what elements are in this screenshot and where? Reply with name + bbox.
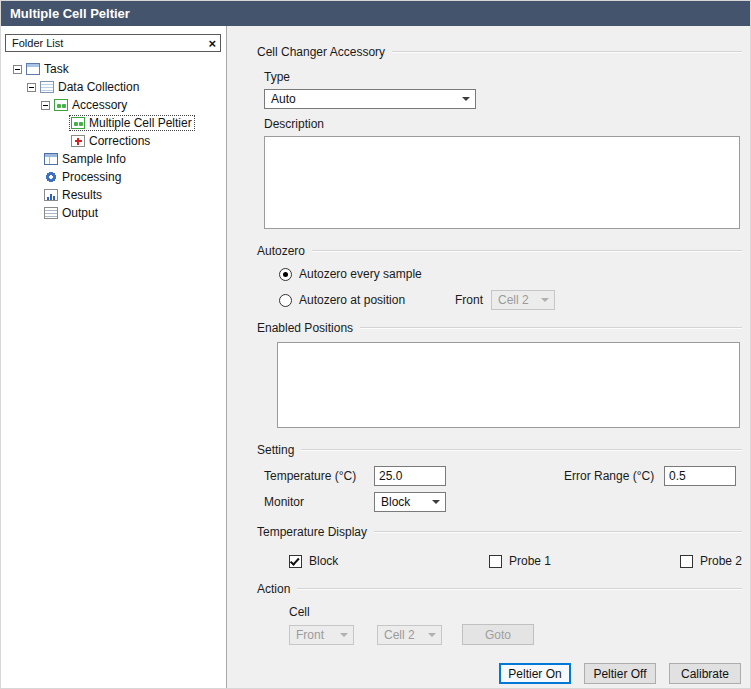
temperature-row: Temperature (°C) Error Range (°C): [264, 466, 750, 486]
error-range-input[interactable]: [664, 466, 736, 486]
collapse-icon[interactable]: [27, 83, 36, 92]
probe1-checkbox-item[interactable]: Probe 1: [489, 554, 680, 569]
close-icon[interactable]: ×: [208, 37, 216, 50]
tree-item-label: Processing: [62, 170, 121, 184]
monitor-dropdown[interactable]: Block: [374, 492, 446, 512]
block-checkbox[interactable]: [289, 555, 302, 568]
setting-group: Setting: [227, 440, 750, 460]
group-label: Setting: [257, 443, 294, 457]
tree-item-data-collection[interactable]: Data Collection: [1, 78, 226, 96]
folder-tree: Task Data Collection Accessory Multiple …: [1, 60, 226, 222]
probe2-checkbox[interactable]: [680, 555, 693, 568]
tree-item-label: Corrections: [89, 134, 150, 148]
probe2-checkbox-item[interactable]: Probe 2: [680, 554, 742, 569]
peltier-on-button[interactable]: Peltier On: [499, 663, 571, 684]
temperature-display-group: Temperature Display: [227, 522, 750, 542]
tree-item-accessory[interactable]: Accessory: [1, 96, 226, 114]
probe2-checkbox-label: Probe 2: [700, 554, 742, 569]
sample-info-icon: [44, 153, 58, 165]
type-dropdown[interactable]: Auto: [264, 89, 476, 109]
calibrate-button[interactable]: Calibrate: [669, 663, 741, 684]
chevron-down-icon: [428, 633, 436, 637]
group-rule: [312, 250, 742, 252]
group-rule: [301, 449, 742, 451]
corrections-icon: [71, 135, 85, 147]
cell-position-value: Front: [296, 628, 324, 642]
monitor-row: Monitor Block: [264, 492, 750, 512]
data-collection-icon: [40, 81, 54, 93]
tree-item-label: Task: [44, 62, 69, 76]
chevron-down-icon: [462, 97, 470, 101]
type-label: Type: [264, 70, 750, 85]
temperature-label: Temperature (°C): [264, 469, 374, 484]
enabled-positions-group: Enabled Positions: [227, 318, 750, 338]
group-rule: [297, 588, 742, 590]
group-label: Enabled Positions: [257, 321, 353, 335]
flex-spacer: [227, 645, 750, 663]
type-dropdown-value: Auto: [271, 92, 296, 106]
tree-item-task[interactable]: Task: [1, 60, 226, 78]
description-label: Description: [264, 117, 750, 132]
autozero-at-position-label: Autozero at position: [299, 293, 455, 308]
error-range-label: Error Range (°C): [564, 469, 659, 484]
temperature-display-row: Block Probe 1 Probe 2: [289, 554, 750, 569]
processing-icon: [44, 171, 58, 183]
group-rule: [392, 51, 742, 53]
chevron-down-icon: [340, 633, 348, 637]
enabled-positions-box[interactable]: [277, 342, 740, 428]
folder-list-header: Folder List ×: [5, 34, 221, 52]
group-rule: [360, 327, 742, 329]
output-icon: [44, 207, 58, 219]
window-content: Folder List × Task Data Collection Ac: [1, 26, 750, 689]
tree-item-output[interactable]: Output: [1, 204, 226, 222]
group-rule: [374, 531, 742, 533]
group-label: Autozero: [257, 244, 305, 258]
peltier-icon: [71, 117, 85, 129]
app-window: Multiple Cell Peltier Folder List × Task…: [0, 0, 751, 689]
group-label: Action: [257, 582, 290, 596]
cell-label: Cell: [289, 605, 750, 620]
chevron-down-icon: [541, 298, 549, 302]
group-label: Temperature Display: [257, 525, 367, 539]
tree-item-corrections[interactable]: Corrections: [1, 132, 226, 150]
cell-position-dropdown: Front: [289, 625, 354, 645]
cell-number-dropdown: Cell 2: [377, 625, 442, 645]
probe1-checkbox-label: Probe 1: [509, 554, 551, 569]
probe1-checkbox[interactable]: [489, 555, 502, 568]
cell-changer-accessory-group: Cell Changer Accessory: [227, 42, 750, 62]
tree-item-sample-info[interactable]: Sample Info: [1, 150, 226, 168]
action-row: Front Cell 2 Goto: [289, 624, 750, 645]
collapse-icon[interactable]: [13, 65, 22, 74]
accessory-icon: [54, 99, 68, 111]
autozero-position-dropdown: Cell 2: [491, 290, 555, 310]
description-textarea[interactable]: [264, 136, 740, 229]
tree-item-results[interactable]: Results: [1, 186, 226, 204]
autozero-group: Autozero: [227, 241, 750, 261]
block-checkbox-label: Block: [309, 554, 338, 569]
front-label: Front: [455, 293, 483, 308]
autozero-at-position-option[interactable]: Autozero at position Front Cell 2: [279, 290, 750, 310]
tree-item-label: Sample Info: [62, 152, 126, 166]
collapse-icon[interactable]: [41, 101, 50, 110]
block-checkbox-item[interactable]: Block: [289, 554, 489, 569]
monitor-label: Monitor: [264, 495, 374, 510]
cell-number-value: Cell 2: [384, 628, 415, 642]
tree-item-label: Results: [62, 188, 102, 202]
tree-item-label: Multiple Cell Peltier: [89, 116, 192, 130]
selected-tree-item[interactable]: Multiple Cell Peltier: [69, 115, 195, 131]
goto-button: Goto: [462, 624, 534, 645]
autozero-every-sample-option[interactable]: Autozero every sample: [279, 267, 750, 282]
autozero-every-sample-radio[interactable]: [279, 268, 292, 281]
group-label: Cell Changer Accessory: [257, 45, 385, 59]
action-group: Action: [227, 579, 750, 599]
folder-list-panel: Folder List × Task Data Collection Ac: [1, 26, 227, 689]
temperature-input[interactable]: [374, 466, 446, 486]
autozero-at-position-radio[interactable]: [279, 294, 292, 307]
results-icon: [44, 189, 58, 201]
task-icon: [26, 63, 40, 75]
tree-item-multiple-cell-peltier[interactable]: Multiple Cell Peltier: [1, 114, 226, 132]
tree-item-label: Data Collection: [58, 80, 139, 94]
peltier-off-button[interactable]: Peltier Off: [584, 663, 656, 684]
tree-item-processing[interactable]: Processing: [1, 168, 226, 186]
autozero-position-value: Cell 2: [498, 293, 529, 307]
